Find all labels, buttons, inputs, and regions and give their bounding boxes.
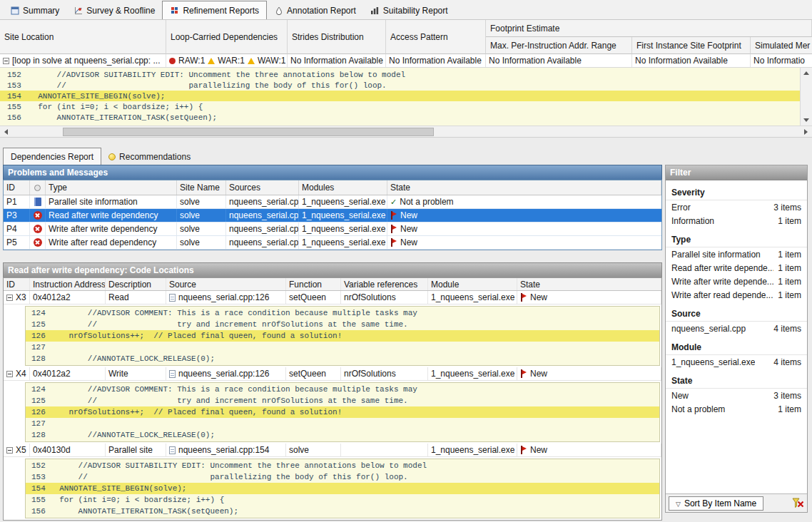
column-sources[interactable]: Sources: [226, 180, 299, 195]
code-line[interactable]: 152 //ADVISOR SUITABILITY EDIT: Uncommen…: [26, 460, 659, 471]
code-line-highlighted[interactable]: 154 ANNOTATE_SITE_BEGIN(solve);: [26, 483, 659, 494]
code-line[interactable]: 127: [26, 342, 659, 353]
problem-row-p1[interactable]: P1 Parallel site information solve nquee…: [4, 195, 661, 209]
column-state[interactable]: State: [387, 180, 661, 195]
column-type[interactable]: Type: [46, 180, 177, 195]
tab-suitability-report[interactable]: Suitability Report: [363, 2, 455, 19]
tab-survey-roofline[interactable]: Survey & Roofline: [66, 2, 162, 19]
horizontal-scrollbar[interactable]: [0, 126, 812, 138]
clear-filter-icon[interactable]: [791, 498, 804, 509]
code-snippet-x4: 124 //ADVISOR COMMENT: This is a race co…: [25, 382, 660, 442]
new-flag-icon: [390, 238, 397, 247]
column-first-instance-site-footprint[interactable]: First Instance Site Footprint: [632, 37, 751, 54]
intel-advisor-window: Summary Survey & Roofline Refinement Rep…: [0, 0, 812, 522]
column-modules[interactable]: Modules: [299, 180, 387, 195]
scrollbar-thumb[interactable]: [63, 128, 434, 136]
code-snippet-x5: 152 //ADVISOR SUITABILITY EDIT: Uncommen…: [25, 459, 660, 518]
simulated-memory-cell: No Informatio: [751, 54, 812, 67]
filter-item[interactable]: Not a problem1 item: [666, 402, 807, 416]
error-icon: [34, 225, 42, 233]
report-tab-bar: Summary Survey & Roofline Refinement Rep…: [0, 0, 812, 20]
column-severity[interactable]: [30, 180, 46, 195]
problem-row-p3-selected[interactable]: P3 Read after write dependency solve nqu…: [4, 209, 661, 222]
filter-item[interactable]: Write after write depende...1 item: [666, 275, 807, 288]
column-id[interactable]: ID: [4, 180, 30, 195]
code-line[interactable]: 125 // try and increment nrOfSolutions a…: [26, 319, 659, 330]
column-module[interactable]: Module: [428, 278, 517, 290]
tab-label: Refinement Reports: [183, 6, 259, 16]
code-line-highlighted[interactable]: 126 nrOfSolutions++; // Placed final que…: [26, 406, 659, 418]
code-line[interactable]: 128 //ANNOTATE_LOCK_RELEASE(0);: [26, 353, 659, 364]
code-location-row-x4[interactable]: X4 0x4012a2 Write nqueens_serial.cpp:126…: [4, 367, 661, 381]
column-footprint-estimate[interactable]: Footprint Estimate: [486, 20, 812, 37]
source-file-icon: [169, 446, 176, 454]
code-line[interactable]: 153 // parallelizing the body of this fo…: [0, 80, 812, 91]
code-location-row-x5[interactable]: X5 0x40130d Parallel site nqueens_serial…: [4, 444, 661, 457]
sort-dropdown-icon: [676, 498, 681, 508]
sort-by-item-name-button[interactable]: Sort By Item Name: [669, 496, 763, 511]
tab-annotation-report[interactable]: Annotation Report: [267, 2, 363, 19]
code-line[interactable]: 127: [26, 418, 659, 429]
column-max-per-instruction-addr-range[interactable]: Max. Per-Instruction Addr. Range: [486, 37, 632, 54]
code-line-highlighted[interactable]: 126 nrOfSolutions++; // Placed final que…: [26, 330, 659, 342]
code-line-highlighted[interactable]: 154 ANNOTATE_SITE_BEGIN(solve);: [0, 91, 812, 101]
column-description[interactable]: Description: [106, 278, 166, 290]
scroll-left-arrow[interactable]: [0, 126, 12, 138]
collapse-toggle-icon[interactable]: [6, 295, 13, 301]
column-loop-carried-dependencies[interactable]: Loop-Carried Dependencies: [166, 20, 288, 54]
problem-row-p4[interactable]: P4 Write after write dependency solve nq…: [4, 222, 661, 236]
tab-summary[interactable]: Summary: [3, 2, 66, 19]
code-line[interactable]: 156 ANNOTATE_ITERATION_TASK(setQueen);: [0, 112, 812, 123]
code-location-row-x3[interactable]: X3 0x4012a2 Read nqueens_serial.cpp:126 …: [4, 291, 661, 304]
code-line[interactable]: 156 ANNOTATE_ITERATION_TASK(setQueen);: [26, 506, 659, 517]
column-site-name[interactable]: Site Name: [177, 180, 226, 195]
summary-icon: [10, 6, 19, 16]
tab-dependencies-report[interactable]: Dependencies Report: [3, 148, 101, 165]
problems-table: ID Type Site Name Sources Modules State …: [3, 180, 662, 250]
code-line[interactable]: 152 //ADVISOR SUITABILITY EDIT: Uncommen…: [0, 69, 812, 80]
filter-item[interactable]: New3 items: [666, 389, 807, 402]
scroll-right-arrow[interactable]: [800, 126, 812, 138]
column-state[interactable]: State: [517, 278, 661, 290]
column-variable-references[interactable]: Variable references: [341, 278, 428, 290]
filter-item[interactable]: nqueens_serial.cpp4 items: [666, 322, 807, 335]
filter-item[interactable]: Read after write depende...1 item: [666, 261, 807, 275]
filter-item[interactable]: Parallel site information1 item: [666, 247, 807, 261]
column-site-location[interactable]: Site Location: [0, 20, 166, 54]
information-icon: [34, 198, 41, 206]
scroll-down-arrow[interactable]: [801, 115, 812, 126]
code-line[interactable]: 124 //ADVISOR COMMENT: This is a race co…: [26, 307, 659, 319]
column-strides-distribution[interactable]: Strides Distribution: [288, 20, 386, 54]
tab-label: Survey & Roofline: [86, 6, 155, 16]
new-flag-icon: [520, 369, 527, 378]
collapse-toggle-icon[interactable]: [3, 58, 9, 64]
tab-recommendations[interactable]: Recommendations: [101, 149, 198, 165]
column-id[interactable]: ID: [4, 278, 30, 290]
code-line[interactable]: 128 //ANNOTATE_LOCK_RELEASE(0);: [26, 429, 659, 441]
filter-item[interactable]: Information1 item: [666, 214, 807, 227]
vertical-scrollbar[interactable]: [800, 68, 812, 126]
code-line[interactable]: 155 for (int i=0; i < boardsize; i++) {: [0, 101, 812, 112]
code-line[interactable]: 125 // try and increment nrOfSolutions a…: [26, 395, 659, 406]
code-line[interactable]: 153 // parallelizing the body of this fo…: [26, 471, 659, 483]
scroll-up-arrow[interactable]: [801, 68, 812, 78]
filter-item[interactable]: Error3 items: [666, 200, 807, 214]
filter-item[interactable]: 1_nqueens_serial.exe4 items: [666, 355, 807, 369]
filter-item[interactable]: Write after read depende...1 item: [666, 288, 807, 302]
collapse-toggle-icon[interactable]: [6, 371, 13, 377]
column-access-pattern[interactable]: Access Pattern: [386, 20, 486, 54]
collapse-toggle-icon[interactable]: [6, 447, 13, 454]
column-source[interactable]: Source: [166, 278, 286, 290]
filter-heading: Source: [666, 306, 807, 322]
tab-refinement-reports[interactable]: Refinement Reports: [162, 1, 267, 19]
site-row[interactable]: [loop in solve at nqueens_serial.cpp: ..…: [0, 54, 812, 68]
problem-row-p5[interactable]: P5 Write after read dependency solve nqu…: [4, 236, 661, 250]
new-flag-icon: [520, 446, 527, 454]
code-line[interactable]: 124 //ADVISOR COMMENT: This is a race co…: [26, 384, 659, 395]
column-instruction-address[interactable]: Instruction Address: [30, 278, 106, 290]
column-function[interactable]: Function: [286, 278, 341, 290]
filter-section-module: Module 1_nqueens_serial.exe4 items: [666, 339, 807, 369]
code-line[interactable]: 155 for (int i=0; i < boardsize; i++) {: [26, 494, 659, 506]
column-simulated-memory[interactable]: Simulated Mer: [751, 37, 812, 54]
code-locations-table: ID Instruction Address Description Sourc…: [3, 277, 662, 521]
